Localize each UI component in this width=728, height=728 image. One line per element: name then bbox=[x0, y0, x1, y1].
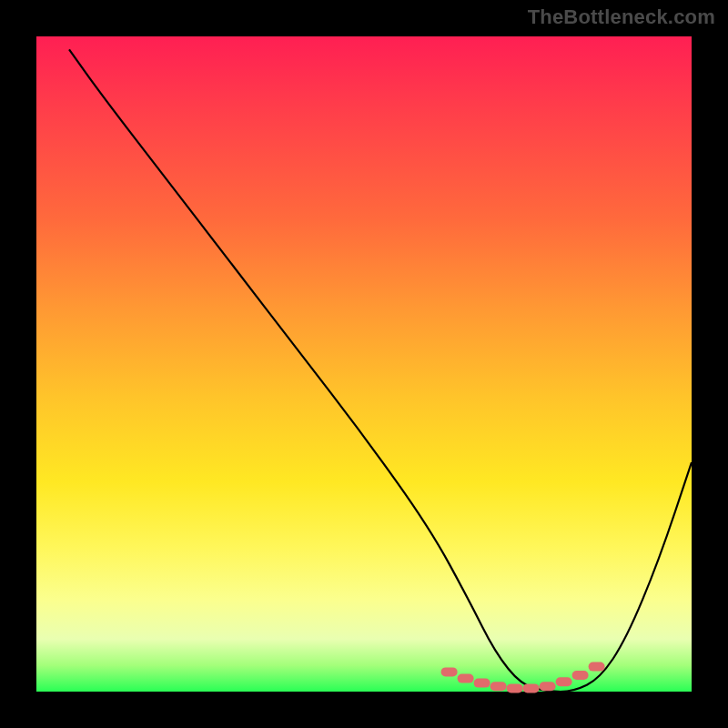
chart-svg bbox=[36, 36, 692, 692]
marker-dot bbox=[589, 662, 605, 672]
marker-dot bbox=[474, 679, 490, 688]
marker-dot bbox=[441, 667, 458, 676]
curve-line bbox=[69, 49, 692, 692]
marker-dot bbox=[458, 674, 474, 683]
bottleneck-curve bbox=[69, 49, 692, 692]
plot-area bbox=[36, 36, 692, 692]
marker-dot bbox=[507, 683, 523, 693]
marker-dot bbox=[556, 677, 572, 686]
marker-dot bbox=[523, 683, 540, 693]
marker-dot bbox=[490, 682, 507, 691]
marker-dot bbox=[540, 682, 556, 691]
chart-frame: TheBottleneck.com bbox=[0, 0, 728, 728]
watermark-text: TheBottleneck.com bbox=[528, 5, 715, 29]
marker-dot bbox=[572, 671, 589, 680]
